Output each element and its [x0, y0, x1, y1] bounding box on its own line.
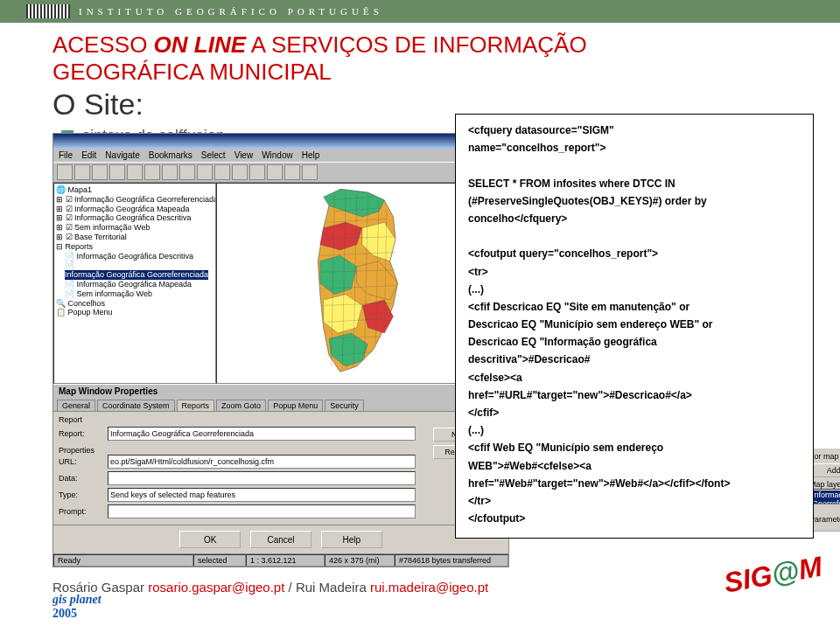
menu-navigate[interactable]: Navigate	[105, 150, 139, 160]
toolbar-btn[interactable]	[197, 164, 213, 180]
toolbar-btn[interactable]	[92, 164, 108, 180]
title-line2: GEOGRÁFICA MUNICIPAL	[52, 59, 788, 86]
tree-item[interactable]: 📄 Informação Geográfica Descritiva	[56, 252, 214, 261]
code-line: (...)	[468, 282, 801, 296]
code-line: href="#Web#"target="new">#Web#</a></cfif…	[468, 476, 801, 490]
toolbar-btn[interactable]	[267, 164, 283, 180]
report-group-label: Report	[59, 415, 416, 424]
org-barcode-logo	[26, 4, 70, 18]
status-bytes: #784618 bytes transferred	[395, 554, 508, 567]
toolbar-btn[interactable]	[109, 164, 125, 180]
main-area: 🌐 Mapa1 ⊞ ☑ Informação Geográfica Georre…	[53, 183, 508, 384]
menu-select[interactable]: Select	[201, 150, 226, 160]
maplayers-title: For map layers	[809, 452, 840, 461]
prompt-label: Prompt:	[59, 507, 104, 516]
tree-item[interactable]: 🔍 Concelhos	[56, 299, 214, 309]
code-line: WEB">#Web#<cfelse><a	[468, 459, 801, 473]
help-button[interactable]: Help	[321, 531, 382, 548]
code-line: (...)	[468, 423, 801, 437]
tree-item[interactable]: 📄 Informação Geográfica Mapeada	[56, 280, 214, 289]
toolbar-btn[interactable]	[57, 164, 73, 180]
code-line: <cfif Web EQ "Município sem endereço	[468, 441, 801, 455]
menu-bookmarks[interactable]: Bookmarks	[149, 150, 192, 160]
maplayers-label: Map layers:	[809, 480, 840, 489]
code-line: <cfoutput query="concelhos_report">	[468, 247, 801, 261]
prompt-input[interactable]	[108, 504, 416, 518]
data-input[interactable]	[108, 471, 416, 485]
code-callout: <cfquery datasource="SIGM" name="concelh…	[455, 114, 814, 539]
data-label: Data:	[59, 474, 104, 483]
tree-item[interactable]: 📄 Informação Geográfica Georreferenciada	[56, 261, 214, 280]
menu-window[interactable]: Window	[262, 150, 293, 160]
type-label: Type:	[59, 490, 104, 499]
toolbar-btn[interactable]	[179, 164, 195, 180]
toolbar-btn[interactable]	[284, 164, 300, 180]
layers-tree[interactable]: 🌐 Mapa1 ⊞ ☑ Informação Geográfica Georre…	[53, 183, 216, 384]
url-input[interactable]	[108, 455, 416, 469]
toolbar-btn[interactable]	[162, 164, 178, 180]
add-button[interactable]: Add...	[809, 463, 840, 477]
menu-view[interactable]: View	[234, 150, 254, 160]
dialog-buttons: OK Cancel Help	[53, 525, 508, 553]
parameter-label: Parameter:	[809, 515, 840, 524]
tree-item[interactable]: ⊞ ☑ Base Territorial	[56, 233, 214, 242]
tree-item[interactable]: 📄 Sem informação Web	[56, 289, 214, 299]
toolbar-btn[interactable]	[214, 164, 230, 180]
url-label: URL:	[59, 457, 104, 466]
tree-root[interactable]: 🌐 Mapa1	[56, 185, 214, 195]
slide-title: ACESSO ON LINE A SERVIÇOS DE INFORMAÇÃO …	[0, 23, 840, 123]
status-selected: selected	[193, 554, 246, 567]
code-line: (#PreserveSingleQuotes(OBJ_KEYS)#) order…	[468, 194, 801, 208]
menu-file[interactable]: File	[59, 150, 73, 160]
gis-planet-logo: gis planet2005	[52, 593, 102, 598]
tree-item[interactable]: ⊞ ☑ Informação Geográfica Mapeada	[56, 205, 214, 214]
tree-item[interactable]: ⊞ ☑ Informação Geográfica Descritiva	[56, 213, 214, 223]
tab-reports[interactable]: Reports	[177, 400, 215, 411]
tree-reports[interactable]: ⊟ Reports	[56, 242, 214, 252]
menu-help[interactable]: Help	[302, 150, 320, 160]
code-line: <cfif Descricao EQ "Site em manutenção" …	[468, 300, 801, 314]
author-name: Rui Madeira	[296, 580, 370, 595]
tree-item[interactable]: ⊞ ☑ Informação Geográfica Georreferencia…	[56, 195, 214, 205]
author-email[interactable]: rui.madeira@igeo.pt	[370, 580, 488, 595]
tab-general[interactable]: General	[57, 400, 95, 411]
props-tabs: General Coordinate System Reports Zoom G…	[53, 398, 508, 411]
statusbar: Ready selected 1 : 3.612.121 426 x 375 (…	[53, 553, 508, 567]
org-name: INSTITUTO GEOGRÁFICO PORTUGUÊS	[79, 6, 383, 17]
tab-popup[interactable]: Popup Menu	[268, 400, 323, 411]
type-select[interactable]	[108, 488, 416, 502]
tab-coordsys[interactable]: Coordinate System	[97, 400, 175, 411]
tree-item[interactable]: 📋 Popup Menu	[56, 308, 214, 317]
title-part: A SERVIÇOS DE INFORMAÇÃO	[246, 31, 587, 58]
toolbar-btn[interactable]	[127, 164, 143, 180]
tab-security[interactable]: Security	[325, 400, 364, 411]
code-line: Descricao EQ "Informação geográfica	[468, 335, 801, 349]
footer: Rosário Gaspar rosario.gaspar@igeo.pt / …	[0, 576, 840, 598]
tree-item[interactable]: ⊞ ☑ Sem informação Web	[56, 223, 214, 233]
code-line: concelho</cfquery>	[468, 212, 801, 226]
author-email[interactable]: rosario.gaspar@igeo.pt	[148, 580, 284, 595]
toolbar-btn[interactable]	[74, 164, 90, 180]
code-line: descritiva">#Descricao#	[468, 352, 801, 366]
titlebar: _ ☐ ✕	[53, 134, 508, 149]
status-coords: 426 x 375 (mi)	[325, 554, 395, 567]
code-line: SELECT * FROM infosites where DTCC IN	[468, 177, 801, 191]
menubar: File Edit Navigate Bookmarks Select View…	[53, 149, 508, 162]
toolbar-btn[interactable]	[232, 164, 248, 180]
tab-zoomgoto[interactable]: Zoom Goto	[216, 400, 266, 411]
props-title: Map Window Properties	[53, 384, 508, 398]
toolbar-btn[interactable]	[302, 164, 318, 180]
status-ready: Ready	[53, 554, 193, 567]
title-part: ACESSO	[52, 31, 154, 58]
report-select[interactable]	[108, 427, 416, 441]
org-header: INSTITUTO GEOGRÁFICO PORTUGUÊS	[0, 0, 840, 23]
toolbar-btn[interactable]	[144, 164, 160, 180]
toolbar-btn[interactable]	[249, 164, 265, 180]
status-scale: 1 : 3.612.121	[246, 554, 325, 567]
menu-edit[interactable]: Edit	[81, 150, 96, 160]
ok-button[interactable]: OK	[179, 531, 241, 548]
code-line: Descricao EQ "Município sem endereço WEB…	[468, 317, 801, 331]
code-line: </cfif>	[468, 406, 801, 420]
maplayers-list[interactable]: Informação Geográfica Georreferen	[809, 489, 840, 504]
cancel-button[interactable]: Cancel	[250, 531, 312, 548]
